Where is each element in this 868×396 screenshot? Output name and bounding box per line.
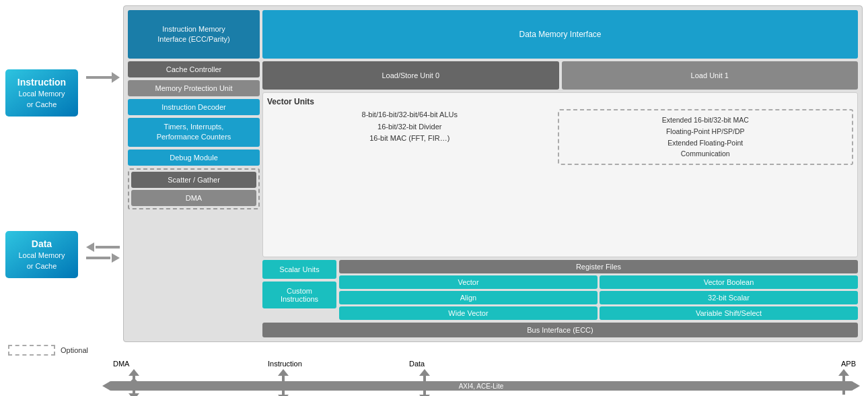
debug-block: Debug Module [128, 150, 260, 166]
scalar-units-block: Scalar Units [262, 260, 336, 279]
bottom-right: Scalar Units CustomInstructions Register… [262, 260, 858, 320]
rf-align-label: Align [460, 294, 476, 302]
rf-variable-shift: Variable Shift/Select [600, 306, 858, 320]
scatter-dma-dashed: Scatter / Gather DMA [128, 168, 260, 209]
axi-right-tip [852, 381, 860, 391]
axi-left-tip [102, 381, 110, 391]
rf-32bit-scalar: 32-bit Scalar [600, 291, 858, 304]
cache-controller-block: Cache Controller [128, 61, 260, 77]
imi-label: Instruction MemoryInterface (ECC/Parity) [157, 24, 230, 45]
main-wrapper: Instruction Local Memoryor Cache Data Lo… [0, 0, 868, 396]
lu1-label: Load Unit 1 [691, 71, 729, 79]
data-box: Data Local Memoryor Cache [5, 231, 78, 278]
bus-interface-block: Bus Interface (ECC) [262, 323, 858, 337]
register-files-title: Register Files [339, 260, 858, 273]
dma-label: DMA [186, 194, 202, 202]
rf-variable-shift-label: Variable Shift/Select [696, 309, 762, 317]
dma-arrow-up-tip [129, 369, 139, 376]
instruction-arrow-up [278, 369, 289, 376]
instruction-title: Instruction [17, 76, 66, 90]
ext-text: Extended 16-bit/32-bit MACFloating-Point… [662, 116, 749, 158]
bottom-dma-label: DMA [113, 360, 129, 368]
rf-vector-label: Vector [458, 278, 478, 286]
load-store-row: Load/Store Unit 0 Load Unit 1 [262, 61, 858, 90]
register-files-grid: Vector Vector Boolean Align 32-bit Scala… [339, 275, 858, 320]
rf-vector: Vector [339, 275, 598, 289]
rf-align: Align [339, 291, 598, 304]
data-arrow-right [86, 253, 120, 263]
custom-instructions-block: CustomInstructions [262, 282, 336, 308]
data-arrows [86, 242, 120, 263]
data-arrow-up [419, 369, 430, 376]
left-inputs: Instruction Local Memoryor Cache Data Lo… [5, 5, 83, 342]
scatter-label: Scatter / Gather [168, 176, 220, 184]
data-subtitle: Local Memoryor Cache [18, 251, 65, 271]
dma-arrow-down-tip [129, 393, 139, 396]
rf-wide-vector-label: Wide Vector [448, 309, 488, 317]
rf-vector-boolean: Vector Boolean [600, 275, 858, 289]
axi-label: AXI4, ACE-Lite [459, 383, 504, 390]
body-row: Cache Controller Memory Protection Unit … [128, 61, 858, 337]
arrows-column [83, 5, 123, 342]
custom-instructions-label: CustomInstructions [281, 287, 318, 303]
instruction-decoder-label: Instruction Decoder [161, 103, 225, 111]
rf-vector-boolean-label: Vector Boolean [704, 278, 754, 286]
top-row: Instruction MemoryInterface (ECC/Parity)… [128, 10, 858, 59]
rf-wide-vector: Wide Vector [339, 306, 598, 320]
instruction-subtitle: Local Memoryor Cache [18, 89, 65, 110]
bottom-instruction-label: Instruction [268, 360, 302, 368]
bus-interface-label: Bus Interface (ECC) [527, 326, 593, 334]
vector-units-content: 8-bit/16-bit/32-bit/64-bit ALUs16-bit/32… [267, 109, 853, 165]
bottom-arrows: DMA Instruction Data [5, 360, 863, 392]
optional-label: Optional [61, 346, 88, 354]
diagram-area: Instruction Local Memoryor Cache Data Lo… [5, 5, 863, 342]
dma-block: DMA [131, 190, 256, 206]
bottom-apb-label: APB [841, 360, 856, 368]
chip-left-column: Cache Controller Memory Protection Unit … [128, 61, 260, 337]
load-store-unit-block: Load/Store Unit 0 [262, 61, 559, 90]
dmi-label: Data Memory Interface [519, 30, 601, 39]
timers-block: Timers, Interrupts,Performance Counters [128, 118, 260, 147]
instruction-decoder-block: Instruction Decoder [128, 99, 260, 115]
ls0-label: Load/Store Unit 0 [382, 71, 439, 79]
memory-protection-label: Memory Protection Unit [155, 84, 233, 92]
debug-label: Debug Module [170, 154, 218, 162]
apb-arrow-up [838, 369, 849, 376]
optional-indicator-box [8, 345, 55, 356]
data-arrow-left [86, 242, 120, 252]
vector-units-box: Vector Units 8-bit/16-bit/32-bit/64-bit … [262, 92, 858, 257]
instruction-box: Instruction Local Memoryor Cache [5, 69, 78, 117]
axi-arrow-bar: AXI4, ACE-Lite [110, 381, 853, 391]
scatter-block: Scatter / Gather [131, 172, 256, 188]
vector-units-title: Vector Units [267, 97, 853, 106]
memory-protection-block: Memory Protection Unit [128, 80, 260, 96]
dmi-block: Data Memory Interface [262, 10, 858, 59]
alu-text: 8-bit/16-bit/32-bit/64-bit ALUs16-bit/32… [362, 110, 458, 142]
register-files-section: Register Files Vector Vector Boolean Ali… [339, 260, 858, 320]
extended-units-box: Extended 16-bit/32-bit MACFloating-Point… [558, 109, 854, 165]
optional-row: Optional [8, 345, 863, 356]
timers-label: Timers, Interrupts,Performance Counters [157, 123, 231, 141]
chip-box: Instruction MemoryInterface (ECC/Parity)… [123, 5, 863, 342]
cache-controller-label: Cache Controller [166, 65, 222, 73]
chip-right-column: Load/Store Unit 0 Load Unit 1 Vector Uni… [262, 61, 858, 337]
bottom-area: Optional DMA Instruction [5, 345, 863, 393]
scalar-units-label: Scalar Units [279, 265, 319, 273]
alu-text-block: 8-bit/16-bit/32-bit/64-bit ALUs16-bit/32… [267, 109, 552, 165]
instruction-arrow-right [86, 72, 120, 83]
bottom-data-label: Data [409, 360, 425, 368]
scalar-custom-col: Scalar Units CustomInstructions [262, 260, 336, 320]
data-title: Data [32, 238, 52, 251]
load-unit-block: Load Unit 1 [562, 61, 859, 90]
rf-32bit-scalar-label: 32-bit Scalar [708, 294, 750, 302]
imi-block: Instruction MemoryInterface (ECC/Parity) [128, 10, 260, 59]
